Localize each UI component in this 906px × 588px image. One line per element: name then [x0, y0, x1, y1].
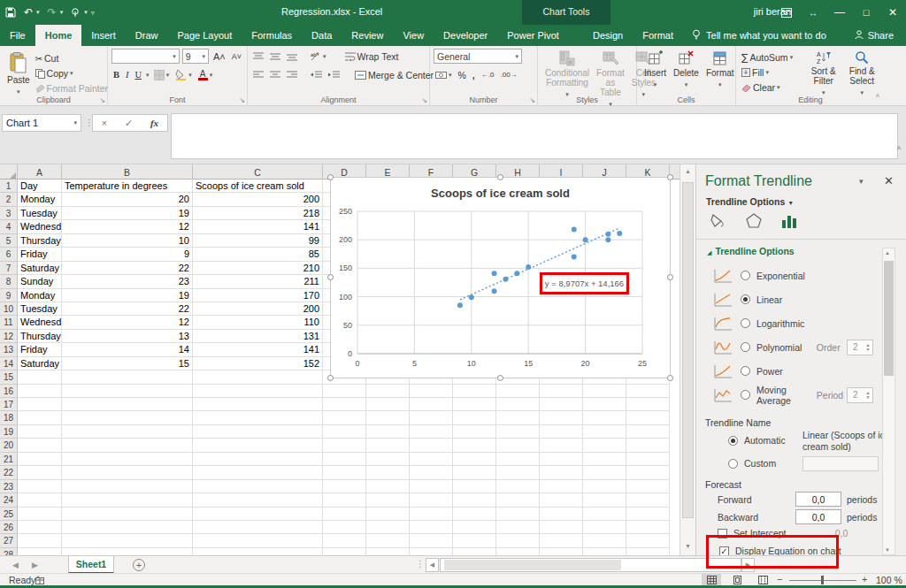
paste-button[interactable]: Paste▾: [4, 49, 34, 98]
comma-style-button[interactable]: ,: [471, 68, 477, 82]
cell[interactable]: [366, 534, 410, 547]
cell[interactable]: Thursday: [18, 234, 62, 248]
cell[interactable]: Friday: [18, 343, 62, 356]
period-spinner[interactable]: 2▲▼: [847, 387, 873, 403]
tab-home[interactable]: Home: [35, 25, 82, 46]
cell[interactable]: [540, 521, 583, 534]
cell[interactable]: Thursday: [18, 330, 62, 343]
autosum-button[interactable]: ∑AutoSum▾: [740, 50, 804, 65]
cell[interactable]: 218: [193, 207, 323, 220]
prev-sheet-icon[interactable]: ◀: [12, 561, 19, 569]
cell[interactable]: 12: [62, 220, 193, 233]
cell[interactable]: 9: [62, 248, 193, 261]
tab-review[interactable]: Review: [342, 25, 393, 46]
align-top-icon[interactable]: [251, 50, 265, 64]
cell[interactable]: [540, 493, 583, 507]
name-box-dropdown-icon[interactable]: ▾: [73, 119, 77, 126]
minimize-button[interactable]: —: [826, 0, 853, 25]
cell[interactable]: [18, 385, 62, 398]
trendline-options-tab-icon[interactable]: [779, 212, 799, 232]
cell[interactable]: [62, 521, 193, 534]
cell[interactable]: 110: [193, 316, 323, 329]
row-header-25[interactable]: 25: [0, 508, 18, 521]
cell[interactable]: Monday: [18, 289, 62, 302]
chart-handle-sw[interactable]: [327, 375, 334, 381]
vertical-scrollbar[interactable]: ▲ ▼: [680, 164, 695, 555]
custom-radio[interactable]: [728, 459, 738, 469]
cell[interactable]: [193, 398, 323, 411]
align-middle-icon[interactable]: [268, 50, 282, 64]
clipboard-dialog-launcher-icon[interactable]: ↘: [99, 96, 105, 104]
cell[interactable]: [453, 548, 496, 555]
row-header-19[interactable]: 19: [0, 425, 18, 439]
tab-power-pivot[interactable]: Power Pivot: [497, 25, 569, 46]
row-header-28[interactable]: 28: [0, 548, 18, 555]
horizontal-scrollbar[interactable]: [440, 558, 741, 572]
row-header-13[interactable]: 13: [0, 343, 18, 356]
trendline-option-moving-average[interactable]: Moving AveragePeriod2▲▼: [712, 383, 873, 407]
cell[interactable]: [410, 508, 453, 521]
cell[interactable]: [18, 370, 62, 384]
row-header-5[interactable]: 5: [0, 234, 18, 248]
cell[interactable]: [18, 398, 62, 411]
underline-button[interactable]: U: [134, 68, 144, 82]
cell[interactable]: [18, 521, 62, 534]
cell[interactable]: [62, 480, 193, 493]
cell[interactable]: [366, 480, 410, 493]
row-header-6[interactable]: 6: [0, 248, 18, 261]
chart-handle-se[interactable]: [667, 375, 673, 381]
tab-design[interactable]: Design: [583, 25, 633, 46]
formula-bar-collapse-icon[interactable]: ^: [897, 145, 901, 154]
tab-formulas[interactable]: Formulas: [242, 25, 302, 46]
merge-center-button[interactable]: Merge & Center▾: [353, 68, 441, 82]
orientation-button[interactable]: ab▾: [309, 50, 328, 64]
cell[interactable]: [626, 493, 670, 507]
cell[interactable]: [62, 370, 193, 384]
cell[interactable]: [626, 411, 670, 424]
percent-style-button[interactable]: %: [457, 68, 468, 82]
normal-view-icon[interactable]: [702, 574, 721, 586]
chart-handle-nw[interactable]: [327, 174, 334, 180]
cell[interactable]: [626, 439, 670, 452]
cell[interactable]: 19: [62, 207, 193, 220]
cell[interactable]: [496, 425, 540, 439]
cell[interactable]: [496, 534, 540, 547]
cell[interactable]: [583, 521, 626, 534]
cell[interactable]: [540, 439, 583, 452]
cell[interactable]: [540, 425, 583, 439]
table-row[interactable]: 21: [0, 453, 680, 466]
trendline-name-custom[interactable]: Custom: [728, 458, 776, 469]
trendline-option-power[interactable]: Power: [712, 359, 873, 383]
cell[interactable]: [18, 508, 62, 521]
cell[interactable]: 200: [193, 193, 323, 206]
cell[interactable]: [540, 411, 583, 424]
cell[interactable]: [62, 425, 193, 439]
cell[interactable]: 200: [193, 302, 323, 316]
italic-button[interactable]: I: [124, 68, 131, 82]
cell[interactable]: [193, 521, 323, 534]
cell[interactable]: 141: [193, 343, 323, 356]
cell[interactable]: [193, 411, 323, 424]
cell[interactable]: 22: [62, 262, 193, 275]
cell[interactable]: [410, 493, 453, 507]
cell[interactable]: [62, 411, 193, 424]
cell[interactable]: Wednesday: [18, 220, 62, 233]
cell[interactable]: [323, 493, 366, 507]
cell[interactable]: [496, 508, 540, 521]
fill-color-button[interactable]: ▾: [173, 68, 194, 82]
cell[interactable]: [583, 398, 626, 411]
format-painter-button[interactable]: Format Painter: [34, 81, 110, 95]
undo-icon[interactable]: ↶: [24, 6, 33, 19]
touch-mode-caret-icon[interactable]: ▾: [84, 9, 88, 16]
cell[interactable]: [62, 398, 193, 411]
grow-font-button[interactable]: A˄: [211, 50, 227, 64]
cell[interactable]: [583, 548, 626, 555]
cell[interactable]: [583, 453, 626, 466]
cell[interactable]: [366, 425, 410, 439]
cell[interactable]: [366, 398, 410, 411]
cell[interactable]: [626, 385, 670, 398]
table-row[interactable]: 19: [0, 425, 680, 439]
cell[interactable]: [323, 534, 366, 547]
cell[interactable]: [18, 411, 62, 424]
cell[interactable]: 14: [62, 343, 193, 356]
